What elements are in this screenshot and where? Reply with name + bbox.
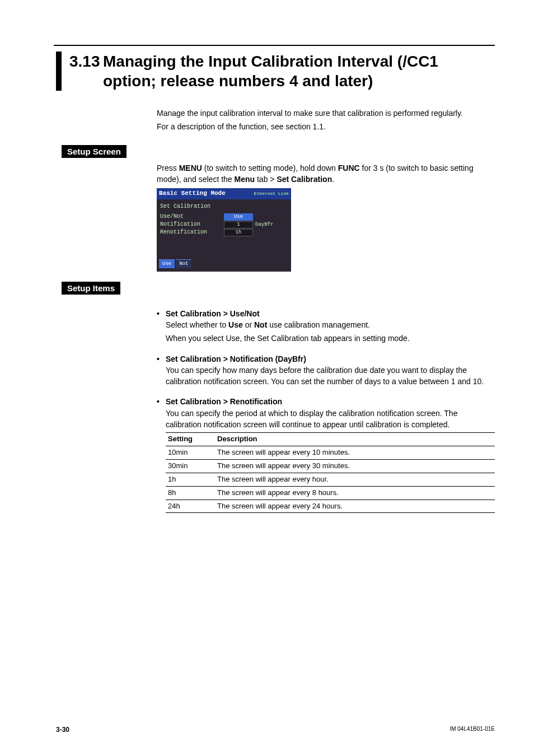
- heading-number: 3.13: [69, 52, 103, 71]
- item-text: Select whether to Use or Not use calibra…: [166, 319, 495, 330]
- device-header: Basic Setting Mode Ethernet Link: [157, 188, 291, 199]
- text: Select whether to: [166, 320, 228, 329]
- device-field-label: Renotification: [160, 228, 222, 237]
- setup-screen-instruction: Press MENU (to switch to setting mode), …: [157, 162, 495, 185]
- table-row: 1hThe screen will appear every hour.: [166, 473, 495, 486]
- cell-desc: The screen will appear every 24 hours.: [215, 500, 495, 513]
- item-text: When you select Use, the Set Calibration…: [166, 333, 495, 344]
- item-text: You can specify the period at which to d…: [166, 408, 495, 431]
- cell-setting: 10min: [166, 446, 215, 460]
- setup-screen-label: Setup Screen: [62, 145, 127, 158]
- instr-text: (to switch to setting mode), hold down: [202, 164, 338, 172]
- item-text: You can specify how many days before the…: [166, 365, 495, 388]
- device-field-value[interactable]: 1h: [224, 229, 253, 236]
- cell-setting: 24h: [166, 500, 215, 513]
- use-word: Use: [228, 320, 243, 329]
- bullet-head: Set Calibration > Renotification: [166, 396, 282, 407]
- bullet-icon: •: [157, 353, 166, 365]
- device-header-title: Basic Setting Mode: [159, 189, 226, 198]
- device-field-value[interactable]: 1: [224, 221, 253, 228]
- device-field-label: Use/Not: [160, 213, 222, 221]
- table-row: 24hThe screen will appear every 24 hours…: [166, 500, 495, 513]
- table-row: 8hThe screen will appear every 8 hours.: [166, 486, 495, 500]
- device-field-value[interactable]: Use: [224, 213, 253, 221]
- intro-line2: For a description of the function, see s…: [157, 121, 495, 132]
- device-option-use[interactable]: Use: [159, 259, 175, 268]
- device-row: Notification 1 DayBfr: [160, 221, 288, 229]
- device-row: Use/Not Use: [160, 213, 288, 221]
- cell-setting: 1h: [166, 473, 215, 486]
- text: or: [243, 320, 254, 329]
- table-row: 10minThe screen will appear every 10 min…: [166, 446, 495, 460]
- device-field-unit: DayBfr: [255, 221, 273, 228]
- cell-setting: 8h: [166, 486, 215, 500]
- table-header-description: Description: [215, 433, 495, 446]
- device-screenshot: Basic Setting Mode Ethernet Link Set Cal…: [157, 188, 291, 271]
- instr-text: tab >: [255, 175, 277, 184]
- device-header-status: Ethernet Link: [254, 192, 289, 196]
- renotification-table: Setting Description 10minThe screen will…: [166, 432, 495, 513]
- bullet-head: Set Calibration > Notification (DayBfr): [166, 353, 306, 365]
- cell-setting: 30min: [166, 460, 215, 473]
- cell-desc: The screen will appear every hour.: [215, 473, 495, 486]
- section-heading: 3.13 Managing the Input Calibration Inte…: [56, 52, 495, 91]
- func-key: FUNC: [338, 164, 360, 172]
- heading-title: Managing the Input Calibration Interval …: [103, 52, 495, 91]
- page-footer: 3-30 IM 04L41B01-01E: [56, 726, 495, 734]
- table-row: 30minThe screen will appear every 30 min…: [166, 460, 495, 473]
- menu-key: MENU: [179, 164, 202, 172]
- cell-desc: The screen will appear every 10 minutes.: [215, 446, 495, 460]
- bullet-head: Set Calibration > Use/Not: [166, 308, 260, 319]
- bullet-icon: •: [157, 396, 166, 407]
- device-row: Renotification 1h: [160, 229, 288, 237]
- cell-desc: The screen will appear every 30 minutes.: [215, 460, 495, 473]
- bullet-item: • Set Calibration > Use/Not: [157, 308, 495, 319]
- intro-line1: Manage the input calibration interval to…: [157, 108, 495, 119]
- instr-text: Press: [157, 164, 179, 172]
- menu-tab: Menu: [235, 175, 255, 184]
- table-header-setting: Setting: [166, 433, 215, 446]
- instr-text: .: [332, 175, 334, 184]
- set-calibration: Set Calibration: [277, 175, 332, 184]
- device-field-label: Notification: [160, 221, 222, 229]
- top-rule: [54, 45, 495, 46]
- device-option-not[interactable]: Not: [176, 259, 191, 268]
- bullet-icon: •: [157, 308, 166, 319]
- not-word: Not: [254, 320, 267, 329]
- document-id: IM 04L41B01-01E: [449, 726, 495, 734]
- device-screen-title: Set Calibration: [160, 203, 288, 211]
- page-number: 3-30: [56, 726, 69, 734]
- cell-desc: The screen will appear every 8 hours.: [215, 486, 495, 500]
- heading-bar: [56, 52, 62, 91]
- bullet-item: • Set Calibration > Renotification: [157, 396, 495, 407]
- device-footer: Use Not: [157, 259, 291, 269]
- setup-items-label: Setup Items: [62, 282, 120, 295]
- bullet-item: • Set Calibration > Notification (DayBfr…: [157, 353, 495, 365]
- text: use calibration management.: [267, 320, 370, 329]
